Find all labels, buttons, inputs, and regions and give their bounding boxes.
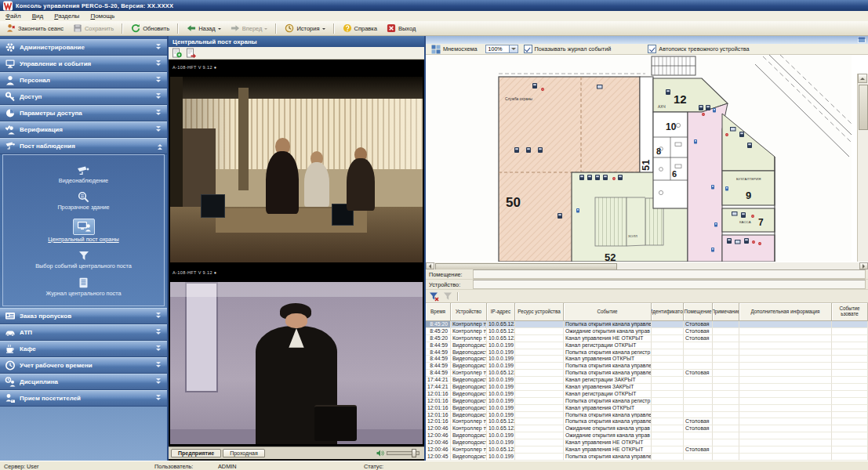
end-session-button[interactable]: Закончить сеанс xyxy=(2,22,67,34)
export-record-icon[interactable] xyxy=(186,48,196,58)
col-header-extra-info[interactable]: Дополнительная информация xyxy=(739,303,832,321)
table-row[interactable]: 12:01:16 Видеоподсистем 10.0.0.199 Попыт… xyxy=(426,398,868,405)
scroll-up-button[interactable] xyxy=(858,74,867,83)
scroll-right-button[interactable] xyxy=(859,262,868,269)
sidebar-item-verification[interactable]: Верификация xyxy=(0,121,167,137)
speaker-icon[interactable] xyxy=(376,450,384,457)
autosearch-checkbox-wrap: Автопоиск тревожного устройства xyxy=(648,45,749,53)
table-row[interactable]: 12:01:16 Видеоподсистем 10.0.0.199 Канал… xyxy=(426,405,868,412)
map-vertical-scrollbar[interactable] xyxy=(857,74,868,280)
sidebar-item-cafe[interactable]: Кафе xyxy=(0,341,167,356)
table-row[interactable]: 12:01:16 Видеоподсистем 10.0.0.199 Попыт… xyxy=(426,412,868,419)
table-row[interactable]: 8:45:20 Контроллер тур 10.0.65.122 Канал… xyxy=(426,335,868,342)
sidebar-item-management-events[interactable]: Управление и события xyxy=(0,56,167,71)
table-row[interactable]: 17:44:21 Видеоподсистем 10.0.0.199 Канал… xyxy=(426,384,868,391)
menu-file[interactable]: Файл xyxy=(0,12,27,20)
table-row[interactable]: 17:44:21 Видеоподсистем 10.0.0.199 Канал… xyxy=(426,377,868,384)
table-row[interactable]: 12:00:45 Видеоподсистем 10.0.0.199 Попыт… xyxy=(426,454,868,461)
table-row[interactable]: 12:01:16 Видеоподсистем 10.0.0.199 Канал… xyxy=(426,391,868,398)
sidebar-item-administration[interactable]: Администрирование xyxy=(0,39,167,55)
menu-sections[interactable]: Разделы xyxy=(49,12,85,20)
forward-button[interactable]: Вперед xyxy=(227,22,272,34)
refresh-button[interactable]: Обновить xyxy=(127,22,173,34)
table-row[interactable]: 8:44:59 Видеоподсистем 10.0.0.199 Попытк… xyxy=(426,349,868,356)
col-header-note[interactable]: Примечание xyxy=(713,303,739,321)
col-header-event[interactable]: Событие xyxy=(564,303,652,321)
table-row[interactable]: 8:44:59 Видеоподсистем 10.0.0.199 Канал … xyxy=(426,356,868,363)
history-button[interactable]: История xyxy=(281,22,329,34)
dock-panel-icon[interactable] xyxy=(858,37,866,43)
subitem-event-selection[interactable]: Выбор событий центрального поста xyxy=(35,250,132,269)
device-icon[interactable] xyxy=(666,89,670,95)
id-card-icon xyxy=(5,311,16,321)
menu-help[interactable]: Помощь xyxy=(85,12,120,20)
table-row[interactable]: 12:00:46 Видеоподсистем 10.0.0.199 Ожида… xyxy=(426,432,868,439)
save-button[interactable]: Сохранить xyxy=(69,22,118,34)
col-header-ip[interactable]: IP-адрес xyxy=(487,303,515,321)
camera-osd-text: A-108-HFT V 9.12 ● xyxy=(173,270,217,275)
history-dropdown-arrow[interactable] xyxy=(322,28,325,31)
help-button[interactable]: Справка xyxy=(339,22,381,34)
col-header-user-event[interactable]: Событие ьзовате xyxy=(832,303,868,321)
volume-slider-thumb[interactable] xyxy=(412,449,416,457)
device-field[interactable] xyxy=(473,280,866,289)
exit-button[interactable]: Выход xyxy=(383,22,419,34)
table-row[interactable]: 8:44:59 Контроллер тур 10.0.65.122 Попыт… xyxy=(426,370,868,377)
table-row[interactable]: 12:00:46 Контроллер тур 10.0.65.122 Ожид… xyxy=(426,425,868,432)
table-row[interactable]: 8:44:59 Видеоподсистем 10.0.0.199 Попытк… xyxy=(426,363,868,370)
sidebar-item-observation-post[interactable]: Пост наблюдения xyxy=(0,138,167,154)
col-header-identifier[interactable]: Идентификатор xyxy=(652,303,684,321)
clear-filter-icon[interactable] xyxy=(443,291,453,302)
col-header-time[interactable]: Время xyxy=(426,303,451,321)
filter-icon[interactable] xyxy=(429,291,439,302)
subitem-central-guard-post[interactable]: Центральный пост охраны xyxy=(48,219,118,243)
table-row[interactable]: 8:45:20 Контроллер тур 10.0.65.122 Попыт… xyxy=(426,321,868,328)
room-label-ahch: АХЧ xyxy=(658,105,666,109)
subitem-video-surveillance[interactable]: Видеонаблюдение xyxy=(59,164,108,184)
sidebar-item-access-parameters[interactable]: Параметры доступа xyxy=(0,105,167,121)
volume-slider[interactable] xyxy=(387,451,419,455)
table-row[interactable]: 12:00:46 Видеоподсистем 10.0.0.199 Канал… xyxy=(426,439,868,446)
table-row[interactable]: 12:01:16 Контроллер тур 10.0.65.122 Попы… xyxy=(426,418,868,425)
tab-enterprise[interactable]: Предприятие xyxy=(171,449,221,457)
scrollbar-thumb[interactable] xyxy=(859,85,868,130)
open-record-icon[interactable] xyxy=(172,48,182,58)
subitem-central-post-log[interactable]: Журнал центрального поста xyxy=(45,277,121,297)
sidebar-item-discipline[interactable]: Дисциплина xyxy=(0,374,167,389)
show-log-checkbox[interactable] xyxy=(524,45,532,53)
floor-plan[interactable]: Служба охраны 50 51 12 АХЧ xyxy=(426,55,852,262)
camera-view-corridor[interactable]: A-108-HFT V 9.12 ● xyxy=(169,265,424,446)
forward-dropdown-arrow[interactable] xyxy=(264,28,267,31)
app-logo-icon xyxy=(2,1,13,11)
sidebar-item-access[interactable]: Доступ xyxy=(0,89,167,104)
table-row[interactable]: 12:00:46 Контроллер тур 10.0.65.122 Кана… xyxy=(426,446,868,454)
scroll-left-button[interactable] xyxy=(426,262,434,269)
tab-entrance[interactable]: Проходная xyxy=(223,449,265,457)
col-header-resource[interactable]: Ресурс устройства xyxy=(515,303,564,321)
mnemoscheme-button[interactable]: Мнемосхема xyxy=(429,44,480,55)
toolbar-separator xyxy=(275,24,277,34)
col-header-room[interactable]: Помещение xyxy=(684,303,713,321)
sidebar-item-time-tracking[interactable]: Учет рабочего времени xyxy=(0,357,167,373)
room-label-9: 9 xyxy=(746,190,751,201)
table-row[interactable]: 8:45:20 Контроллер тур 10.0.65.122 Ожида… xyxy=(426,328,868,335)
back-dropdown-arrow[interactable] xyxy=(218,28,221,31)
col-header-device[interactable]: Устройство xyxy=(451,303,487,321)
status-label: Статус: xyxy=(364,463,383,470)
sidebar-item-atp[interactable]: АТП xyxy=(0,324,167,340)
room-field[interactable] xyxy=(473,269,866,279)
toolbar-separator xyxy=(333,24,335,34)
table-row[interactable]: 8:44:59 Видеоподсистем 10.0.0.199 Канал … xyxy=(426,342,868,349)
room-label-12: 12 xyxy=(674,92,687,106)
zoom-select[interactable]: 100% xyxy=(485,45,518,53)
zoom-dropdown-arrow[interactable] xyxy=(509,45,518,52)
sidebar-item-personnel[interactable]: Персонал xyxy=(0,72,167,88)
pie-clock-icon xyxy=(5,108,16,118)
back-button[interactable]: Назад xyxy=(183,22,225,34)
sidebar-item-visitors[interactable]: Прием посетителей xyxy=(0,390,167,406)
menu-view[interactable]: Вид xyxy=(27,12,49,20)
camera-view-office[interactable]: A-108-HFT V 9.12 ● xyxy=(169,60,424,265)
autosearch-checkbox[interactable] xyxy=(648,45,656,53)
subitem-transparent-building[interactable]: Прозрачное здание xyxy=(57,191,109,211)
sidebar-item-pass-orders[interactable]: Заказ пропусков xyxy=(0,308,167,324)
